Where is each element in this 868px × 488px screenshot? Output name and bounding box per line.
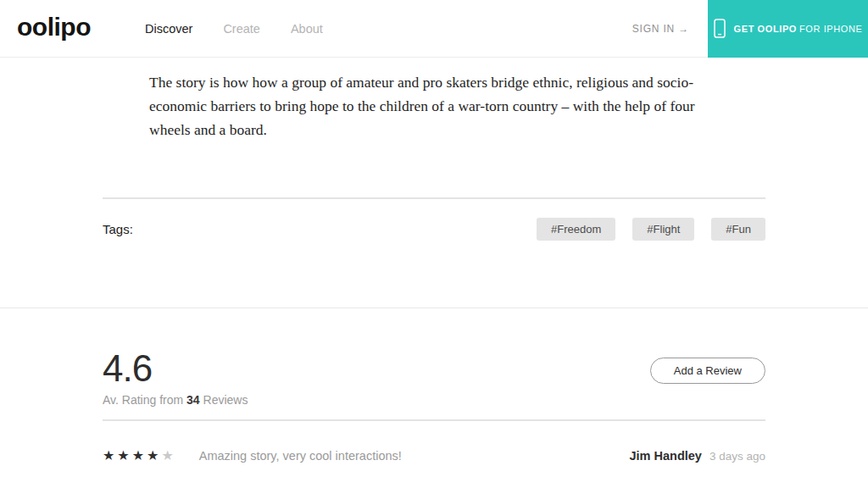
- main-nav: DiscoverCreateAbout: [145, 22, 323, 36]
- star-empty-icon: ★: [161, 448, 175, 463]
- tag-list: #Freedom#Flight#Fun: [537, 218, 765, 241]
- nav-item-create[interactable]: Create: [223, 22, 260, 36]
- top-header: oolipo DiscoverCreateAbout SIGN IN → GET…: [0, 0, 868, 58]
- review-author: Jim Handley: [630, 449, 702, 463]
- review-list: ★★★★★Amazing story, very cool interactio…: [103, 449, 765, 463]
- tag-pill[interactable]: #Freedom: [537, 218, 615, 241]
- tag-pill[interactable]: #Fun: [711, 218, 765, 241]
- sign-in-link[interactable]: SIGN IN →: [632, 23, 689, 35]
- tags-divider: [103, 197, 765, 199]
- rating-summary: Av. Rating from 34 Reviews: [103, 393, 248, 407]
- story-section: The story is how how a group of amateur …: [0, 58, 868, 308]
- star-rating: ★★★★★: [103, 449, 176, 463]
- iphone-icon: [714, 19, 726, 38]
- oolipo-logo[interactable]: oolipo: [17, 14, 91, 43]
- review-row: ★★★★★Amazing story, very cool interactio…: [103, 449, 765, 463]
- tags-label: Tags:: [103, 222, 133, 236]
- story-description: The story is how how a group of amateur …: [149, 70, 702, 141]
- average-rating: 4.6: [103, 349, 248, 388]
- star-filled-icon: ★: [117, 448, 131, 463]
- rating-block: 4.6 Av. Rating from 34 Reviews: [103, 349, 248, 407]
- reviews-divider: [103, 419, 765, 421]
- review-count: 34: [186, 393, 200, 407]
- cta-label: GET OOLIPOFOR IPHONE: [734, 24, 863, 34]
- star-filled-icon: ★: [103, 448, 117, 463]
- get-oolipo-button[interactable]: GET OOLIPOFOR IPHONE: [708, 0, 868, 58]
- add-review-button[interactable]: Add a Review: [650, 358, 765, 384]
- tag-pill[interactable]: #Flight: [632, 218, 694, 241]
- nav-item-discover[interactable]: Discover: [145, 22, 192, 36]
- nav-item-about[interactable]: About: [291, 22, 323, 36]
- star-filled-icon: ★: [132, 448, 147, 463]
- review-time: 3 days ago: [709, 450, 765, 463]
- reviews-section: 4.6 Av. Rating from 34 Reviews Add a Rev…: [0, 308, 868, 463]
- star-filled-icon: ★: [147, 448, 161, 463]
- review-text: Amazing story, very cool interactions!: [199, 449, 402, 463]
